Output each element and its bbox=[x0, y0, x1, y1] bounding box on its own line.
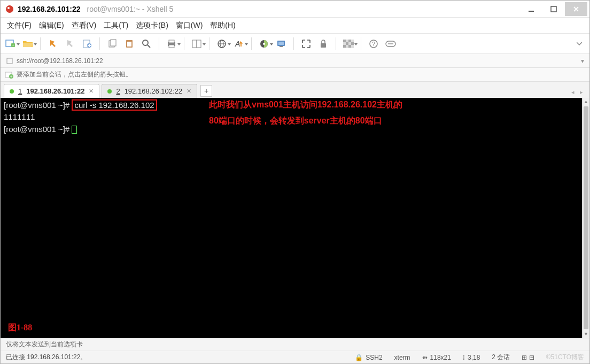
titlebar: 192.168.26.101:22 root@vms001:~ - Xshell… bbox=[1, 1, 589, 18]
status-size: ⇹118x21 bbox=[422, 354, 451, 361]
figure-label: 图1-88 bbox=[8, 322, 32, 334]
separator bbox=[361, 37, 361, 50]
svg-rect-40 bbox=[348, 45, 351, 48]
disconnect-icon[interactable] bbox=[64, 38, 76, 50]
status-dot-icon bbox=[107, 89, 112, 94]
status-dot-icon bbox=[10, 89, 14, 94]
command-highlight: curl -s 192.168.26.102 bbox=[72, 99, 157, 111]
menu-file[interactable]: 文件(F) bbox=[7, 21, 32, 30]
menubar: 文件(F) 编辑(E) 查看(V) 工具(T) 选项卡(B) 窗口(W) 帮助(… bbox=[1, 18, 589, 34]
tab-close-icon[interactable]: ✕ bbox=[187, 88, 191, 95]
separator bbox=[99, 37, 100, 50]
compose-hint-text: 仅将文本发送到当前选项卡 bbox=[6, 340, 83, 349]
copy-icon[interactable] bbox=[106, 38, 118, 50]
tab-nav: ◂ ▸ bbox=[571, 89, 586, 98]
svg-rect-32 bbox=[280, 46, 283, 47]
tab-session-2[interactable]: 2 192.168.26.102:22 ✕ bbox=[102, 84, 197, 98]
window-controls bbox=[520, 2, 587, 16]
session-log-icon[interactable] bbox=[191, 38, 203, 50]
menu-view[interactable]: 查看(V) bbox=[72, 21, 97, 30]
svg-rect-35 bbox=[343, 40, 346, 42]
window-title-sub: root@vms001:~ - Xshell 5 bbox=[87, 5, 174, 13]
address-url[interactable]: ssh://root@192.168.26.101:22 bbox=[17, 57, 578, 65]
reconnect-icon[interactable] bbox=[47, 38, 59, 50]
find-icon[interactable] bbox=[141, 38, 152, 50]
svg-rect-33 bbox=[321, 43, 326, 48]
svg-rect-2 bbox=[529, 11, 534, 12]
print-icon[interactable] bbox=[166, 38, 177, 50]
svg-text:+: + bbox=[12, 43, 14, 48]
status-sessions: 2 会话 bbox=[492, 353, 510, 362]
status-bar: 已连接 192.168.26.101:22。 🔒SSH2 xterm ⇹118x… bbox=[1, 351, 589, 363]
new-tab-button[interactable]: + bbox=[200, 85, 212, 97]
address-close-icon[interactable]: ▾ bbox=[581, 57, 584, 65]
hint-add-icon[interactable]: + bbox=[5, 71, 13, 79]
separator bbox=[209, 37, 209, 50]
tab-session-1[interactable]: 1 192.168.26.101:22 ✕ bbox=[4, 84, 99, 98]
svg-rect-14 bbox=[111, 40, 116, 46]
color-scheme-icon[interactable] bbox=[258, 38, 270, 50]
terminal-scrollbar[interactable]: ▲ ▼ bbox=[582, 98, 589, 338]
tab-label: 192.168.26.101:22 bbox=[26, 87, 84, 95]
svg-point-0 bbox=[6, 5, 13, 13]
toolbar-overflow-icon[interactable] bbox=[573, 38, 585, 50]
lock-icon[interactable] bbox=[317, 38, 329, 50]
terminal-output: 1111111 bbox=[4, 112, 35, 121]
paste-icon[interactable] bbox=[123, 38, 135, 50]
scroll-up-icon[interactable]: ▲ bbox=[583, 98, 589, 105]
separator bbox=[336, 37, 336, 50]
minimize-button[interactable] bbox=[520, 2, 542, 16]
maximize-button[interactable] bbox=[542, 2, 565, 16]
close-button[interactable] bbox=[565, 2, 587, 16]
svg-text:?: ? bbox=[372, 41, 375, 47]
svg-point-17 bbox=[143, 40, 148, 45]
fullscreen-icon[interactable] bbox=[300, 38, 312, 50]
transparent-icon[interactable] bbox=[343, 38, 354, 50]
new-session-icon[interactable]: + bbox=[5, 38, 17, 50]
svg-rect-31 bbox=[278, 42, 284, 45]
svg-rect-20 bbox=[169, 40, 174, 43]
protocol-icon bbox=[6, 57, 13, 65]
tab-label: 192.168.26.102:22 bbox=[125, 87, 182, 95]
separator bbox=[40, 37, 41, 50]
svg-point-1 bbox=[7, 7, 10, 9]
encoding-icon[interactable] bbox=[216, 38, 228, 50]
compose-bar[interactable]: 仅将文本发送到当前选项卡 bbox=[1, 338, 589, 351]
scroll-down-icon[interactable]: ▼ bbox=[583, 330, 589, 338]
menu-edit[interactable]: 编辑(E) bbox=[39, 21, 64, 30]
compose-bar-icon[interactable] bbox=[385, 38, 397, 50]
status-termtype: xterm bbox=[394, 354, 410, 361]
menu-help[interactable]: 帮助(H) bbox=[210, 21, 235, 30]
terminal-area: [root@vms001 ~]# curl -s 192.168.26.102 … bbox=[1, 98, 589, 338]
tab-next-icon[interactable]: ▸ bbox=[580, 89, 583, 96]
tab-index: 2 bbox=[116, 87, 120, 95]
svg-rect-12 bbox=[88, 45, 91, 46]
lock-icon: 🔒 bbox=[355, 354, 363, 361]
status-connection: 已连接 192.168.26.101:22。 bbox=[6, 353, 87, 362]
svg-text:A: A bbox=[235, 40, 240, 48]
svg-rect-45 bbox=[7, 58, 12, 64]
font-icon[interactable]: A bbox=[233, 38, 245, 50]
separator bbox=[251, 37, 252, 50]
cursor bbox=[72, 126, 77, 134]
status-spacer: ⊞ ⊟ bbox=[522, 354, 534, 361]
menu-tools[interactable]: 工具(T) bbox=[104, 21, 128, 30]
scroll-thumb[interactable] bbox=[584, 106, 588, 329]
terminal[interactable]: [root@vms001 ~]# curl -s 192.168.26.102 … bbox=[1, 98, 582, 338]
open-icon[interactable] bbox=[22, 38, 34, 50]
svg-rect-23 bbox=[197, 40, 201, 48]
tab-close-icon[interactable]: ✕ bbox=[89, 88, 94, 95]
prompt: [root@vms001 ~]# bbox=[4, 125, 72, 134]
tab-prev-icon[interactable]: ◂ bbox=[571, 89, 575, 96]
annotation-line1: 此时我们从vms001主机访问192.168.26.102主机的 bbox=[209, 99, 402, 111]
svg-rect-3 bbox=[551, 6, 556, 12]
svg-rect-21 bbox=[169, 45, 174, 48]
menu-window[interactable]: 窗口(W) bbox=[176, 21, 203, 30]
svg-text:+: + bbox=[10, 74, 13, 79]
properties-icon[interactable] bbox=[81, 38, 93, 50]
menu-tabs[interactable]: 选项卡(B) bbox=[136, 21, 168, 30]
help-icon[interactable]: ? bbox=[368, 38, 379, 50]
hint-bar: + 要添加当前会话，点击左侧的箭头按钮。 bbox=[1, 68, 589, 82]
watermark: ©51CTO博客 bbox=[546, 353, 584, 362]
xagent-icon[interactable] bbox=[275, 38, 287, 50]
